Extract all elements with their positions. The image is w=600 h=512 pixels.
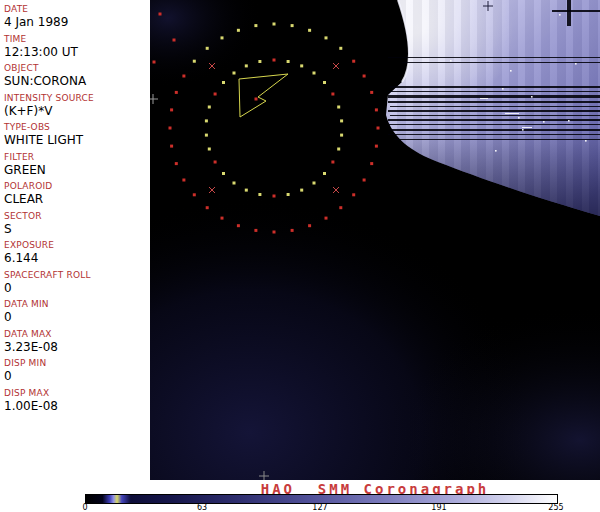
- field-value: 0: [4, 369, 148, 384]
- inner-ring-dot: [245, 64, 248, 67]
- field-value: SUN:CORONA: [4, 74, 148, 89]
- outer-ring-dot: [370, 162, 373, 165]
- outer-ring-dot: [291, 24, 294, 27]
- inner-ring-dot: [273, 59, 276, 62]
- colorbar-tick-191: 191: [431, 504, 446, 512]
- colorbar-tick-63: 63: [197, 504, 207, 512]
- outer-ring-dot: [169, 127, 172, 130]
- field-value: CLEAR: [4, 192, 148, 207]
- field-label: EXPOSURE: [4, 239, 148, 251]
- inner-ring-dot: [208, 106, 211, 109]
- outer-ring-dot: [363, 179, 366, 182]
- colorbar-tick-127: 127: [312, 504, 327, 512]
- dropout-streak: [390, 106, 600, 107]
- outer-ring-dot: [375, 108, 378, 111]
- inner-ring-dot: [214, 93, 217, 96]
- dropout-streak: [388, 101, 600, 103]
- metadata-field-disp-max: DISP MAX 1.00E-08: [4, 387, 148, 414]
- field-label: DATE: [4, 3, 148, 15]
- outer-ring-dot: [206, 47, 209, 50]
- bright-dash: [505, 113, 519, 114]
- field-label: DATA MAX: [4, 328, 148, 340]
- metadata-field-disp-min: DISP MIN 0: [4, 357, 148, 384]
- dropout-streak: [388, 134, 600, 135]
- field-label: FILTER: [4, 151, 148, 163]
- outer-ring-dot: [170, 108, 173, 111]
- outer-ring-dot: [352, 193, 355, 196]
- metadata-field-date: DATE 4 Jan 1989: [4, 3, 148, 30]
- inner-ring-dot: [233, 72, 236, 75]
- metadata-field-object: OBJECT SUN:CORONA: [4, 62, 148, 89]
- colorbar-tick-255: 255: [548, 504, 563, 512]
- speck: [510, 70, 512, 72]
- speck: [518, 117, 520, 119]
- dropout-streak: [402, 62, 600, 63]
- metadata-field-intensity-source: INTENSITY SOURCE (K+F)*V: [4, 92, 148, 119]
- outer-ring-dot: [193, 193, 196, 196]
- speck: [575, 63, 577, 65]
- field-label: SECTOR: [4, 210, 148, 222]
- inner-ring-dot: [214, 161, 217, 164]
- speck: [522, 129, 524, 131]
- field-value: GREEN: [4, 163, 148, 178]
- inner-ring-dot: [331, 93, 334, 96]
- inner-ring-dot: [208, 148, 211, 151]
- field-value: 3.23E-08: [4, 340, 148, 355]
- outer-ring-dot: [182, 179, 185, 182]
- inner-ring-dot: [340, 119, 343, 122]
- dropout-streak: [388, 95, 600, 98]
- metadata-field-time: TIME 12:13:00 UT: [4, 33, 148, 60]
- bright-dash: [480, 98, 488, 99]
- field-label: SPACECRAFT ROLL: [4, 269, 148, 281]
- outer-ring-dot: [170, 145, 173, 148]
- speck: [531, 96, 533, 98]
- outer-ring-dot: [221, 217, 224, 220]
- outer-ring-dot: [237, 224, 240, 227]
- dropout-streak: [394, 139, 600, 140]
- outer-ring-dot: [325, 36, 328, 39]
- inner-ring-dot: [300, 64, 303, 67]
- outer-ring-dot: [370, 91, 373, 94]
- outer-ring-dot: [339, 206, 342, 209]
- speck: [495, 150, 497, 152]
- dropout-streak: [390, 129, 600, 131]
- metadata-field-exposure: EXPOSURE 6.144: [4, 239, 148, 266]
- speck: [559, 14, 561, 16]
- inner-ring-dot: [222, 81, 225, 84]
- inner-ring-dot: [258, 60, 261, 63]
- metadata-field-sector: SECTOR S: [4, 210, 148, 237]
- outer-ring-dot: [175, 162, 178, 165]
- outer-ring-dot: [363, 75, 366, 78]
- dropout-streak: [390, 115, 600, 116]
- inner-ring-dot: [222, 172, 225, 175]
- outer-ring-dot: [291, 229, 294, 232]
- outer-ring-dot: [273, 23, 276, 26]
- field-value: (K+F)*V: [4, 104, 148, 119]
- metadata-field-filter: FILTER GREEN: [4, 151, 148, 178]
- field-label: DATA MIN: [4, 298, 148, 310]
- outer-ring-dot: [273, 231, 276, 234]
- outer-ring-dot: [175, 91, 178, 94]
- field-value: 12:13:00 UT: [4, 45, 148, 60]
- field-label: OBJECT: [4, 62, 148, 74]
- field-value: S: [4, 222, 148, 237]
- inner-ring-dot: [323, 81, 326, 84]
- metadata-field-data-min: DATA MIN 0: [4, 298, 148, 325]
- inner-ring-dot: [233, 182, 236, 185]
- dropout-streak: [388, 110, 600, 112]
- dropout-streak: [388, 91, 600, 92]
- outer-ring-dot: [339, 47, 342, 50]
- coronagraph-image: [150, 0, 600, 480]
- field-label: TYPE-OBS: [4, 121, 148, 133]
- stray-dot: [159, 13, 162, 16]
- outer-ring-dot: [206, 206, 209, 209]
- inner-ring-dot: [340, 134, 343, 137]
- bright-dash: [522, 127, 532, 128]
- outer-ring-dot: [254, 24, 257, 27]
- inner-ring-dot: [287, 60, 290, 63]
- field-label: DISP MIN: [4, 357, 148, 369]
- speck: [502, 88, 504, 90]
- inner-ring-dot: [205, 119, 208, 122]
- outer-ring-dot: [352, 60, 355, 63]
- inner-ring-dot: [300, 189, 303, 192]
